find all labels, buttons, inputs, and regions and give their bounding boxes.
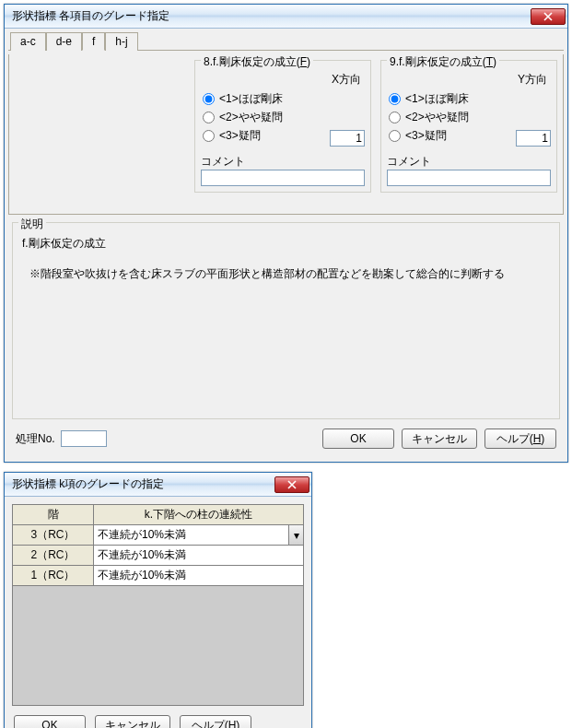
tab-d-e[interactable]: d-e (46, 32, 82, 51)
description-group: 説明 f.剛床仮定の成立 ※階段室や吹抜けを含む床スラブの平面形状と構造部材の配… (12, 222, 560, 419)
k-grid[interactable]: 階 k.下階への柱の連続性 3（RC） 不連続が10%未満 ▾ 2（RC） 不連… (12, 504, 304, 586)
help-button[interactable]: ヘルプ(H) (484, 429, 556, 449)
title-text: 形状指標 各項目のグレード指定 (12, 8, 169, 24)
table-row: 2（RC） 不連続が10%未満 (13, 546, 304, 566)
ok-button[interactable]: OK (322, 429, 394, 449)
help-button-2[interactable]: ヘルプ(H) (180, 715, 251, 728)
radio-8f-2[interactable]: <2>やや疑問 (201, 110, 365, 125)
ok-button-2[interactable]: OK (14, 715, 86, 728)
row-cell[interactable]: 不連続が10%未満 ▾ (94, 525, 304, 546)
tab-panel-f: 8.f.剛床仮定の成立(F) X方向 <1>ほぼ剛床 <2>やや疑問 <3>疑問… (8, 54, 564, 215)
dir-label-x: X方向 (201, 72, 361, 88)
titlebar-2[interactable]: 形状指標 k項のグレードの指定 (5, 473, 311, 497)
comment-input-8f[interactable] (201, 170, 365, 186)
cancel-button-2[interactable]: キャンセル (95, 715, 170, 728)
row-label: 2（RC） (13, 546, 94, 566)
row-cell[interactable]: 不連続が10%未満 (94, 546, 304, 566)
row-cell[interactable]: 不連続が10%未満 (94, 566, 304, 586)
grid-empty-area (12, 586, 304, 706)
radio-9f-1[interactable]: <1>ほぼ剛床 (387, 91, 551, 107)
chevron-down-icon[interactable]: ▾ (288, 525, 303, 545)
value-9f[interactable] (516, 130, 551, 147)
k-grade-dialog: 形状指標 k項のグレードの指定 階 k.下階への柱の連続性 3（RC） 不連続が… (4, 472, 312, 728)
row-label: 1（RC） (13, 566, 94, 586)
group-9f: 9.f.剛床仮定の成立(T) Y方向 <1>ほぼ剛床 <2>やや疑問 <3>疑問… (380, 60, 557, 193)
value-8f[interactable] (330, 130, 365, 147)
col-floor: 階 (13, 505, 94, 525)
cancel-button[interactable]: キャンセル (402, 429, 477, 449)
comment-label-8f: コメント (201, 154, 365, 170)
table-row: 1（RC） 不連続が10%未満 (13, 566, 304, 586)
tab-strip: a-c d-e f h-j (8, 32, 564, 51)
col-continuity: k.下階への柱の連続性 (94, 505, 304, 525)
titlebar[interactable]: 形状指標 各項目のグレード指定 (5, 5, 567, 29)
row-label: 3（RC） (13, 525, 94, 546)
description-legend: 説明 (18, 217, 46, 232)
group-8f: 8.f.剛床仮定の成立(F) X方向 <1>ほぼ剛床 <2>やや疑問 <3>疑問… (194, 60, 371, 193)
group-8f-legend: 8.f.剛床仮定の成立(F) (201, 54, 313, 70)
bottom-row: 処理No. OK キャンセル ヘルプ(H) (8, 423, 564, 458)
close-icon[interactable] (531, 8, 566, 25)
table-row: 3（RC） 不連続が10%未満 ▾ (13, 525, 304, 546)
proc-no-label: 処理No. (16, 431, 55, 447)
close-icon-2[interactable] (274, 476, 309, 493)
grade-dialog: 形状指標 各項目のグレード指定 a-c d-e f h-j 8.f.剛床仮定の成… (4, 4, 568, 463)
dir-label-y: Y方向 (387, 72, 547, 88)
title-text-2: 形状指標 k項のグレードの指定 (12, 476, 164, 492)
comment-label-9f: コメント (387, 154, 551, 170)
tab-a-c[interactable]: a-c (10, 32, 46, 51)
tab-f[interactable]: f (82, 32, 105, 51)
radio-9f-2[interactable]: <2>やや疑問 (387, 110, 551, 125)
group-9f-legend: 9.f.剛床仮定の成立(T) (387, 54, 499, 70)
comment-input-9f[interactable] (387, 170, 551, 186)
proc-no-input[interactable] (61, 430, 107, 447)
description-body: ※階段室や吹抜けを含む床スラブの平面形状と構造部材の配置などを勘案して総合的に判… (29, 266, 550, 282)
description-title: f.剛床仮定の成立 (22, 236, 550, 252)
tab-h-j[interactable]: h-j (105, 32, 137, 51)
radio-8f-1[interactable]: <1>ほぼ剛床 (201, 91, 365, 107)
